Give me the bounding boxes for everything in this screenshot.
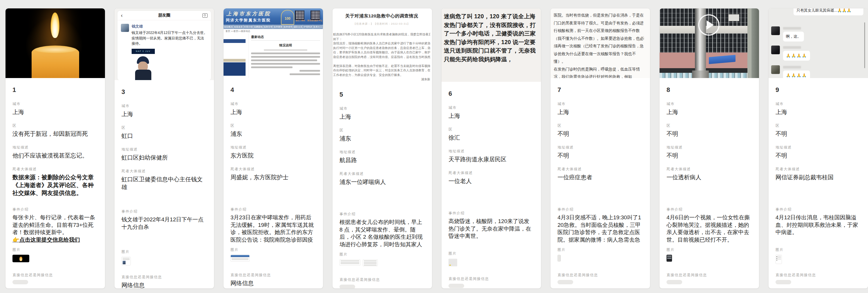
field-address-value: 不明 — [558, 152, 643, 159]
field-district-label: 区 — [122, 125, 207, 130]
field-city-value: 上海 — [448, 112, 534, 120]
field-district-value: 不明 — [776, 130, 861, 138]
empty-select-pill — [776, 280, 791, 284]
field-address-value: 东方医院 — [230, 152, 316, 159]
empty-select-pill — [12, 280, 28, 284]
record-card-3[interactable]: ‹ 朋友圈 钱文雄 钱文雄于2022年4月12日下午一点十九分去世。疫情期间一切… — [114, 8, 214, 289]
site-sidebar — [223, 33, 249, 78]
card-cover-candle-photo — [5, 8, 105, 78]
metal-pole-base — [692, 70, 709, 78]
field-images-label: 图片 — [340, 252, 425, 257]
field-event-value: 钱文雄于2022年4月12日下午一点十九分自杀 — [122, 216, 207, 246]
play-button-icon — [698, 14, 719, 36]
qr-caption: 患者移动服务平台 — [307, 20, 322, 22]
field-event-value: 4月6日的一个视频，一位女性在撕心裂肺地哭泣。据视频描述，她的亲人要做透析，出不… — [666, 214, 752, 244]
qr-code-icon — [310, 10, 320, 20]
record-card-9[interactable]: 只有其女儿眼见其病逝...🙏🙏🙏 啊，这。 🙏🙏🙏🙏 🙏🙏🙏🙏 9 城市 上海 … — [768, 8, 868, 289]
card-cover-hospital-website-screenshot: 上海市东方医院 同济大学附属东方医院 100 微信二维码 患者移动服务平台 医院… — [223, 8, 323, 78]
field-direct-label: 直接信息还是间接信息 — [666, 273, 752, 277]
record-card-1[interactable]: 1 城市 上海 区 没有死于新冠，却因新冠而死 地址描述 他们不应该被漠视甚至忘… — [5, 8, 105, 289]
field-event-label: 事件介绍 — [230, 207, 316, 212]
scrollbar[interactable] — [864, 22, 865, 68]
document-text-line — [333, 59, 430, 64]
field-address-value: 不明 — [666, 152, 752, 159]
card-cover-chat-screenshot: 只有其女儿眼见其病逝...🙏🙏🙏 啊，这。 🙏🙏🙏🙏 🙏🙏🙏🙏 — [769, 8, 868, 78]
empty-select-pill — [666, 280, 682, 284]
blurred-text-line — [300, 70, 320, 72]
field-images-label: 图片 — [230, 247, 316, 252]
avatar — [771, 26, 780, 35]
nav-item: 医学研究 — [283, 25, 293, 29]
field-district-value: 不明 — [558, 130, 643, 138]
empty-select-pill — [448, 284, 464, 288]
document-text-line: 工作者的全力，为群众提供专业、安全的医疗服务。 — [333, 73, 430, 78]
card-cover-wechat-moments-screenshot: ‹ 朋友圈 钱文雄 钱文雄于2022年4月12日下午一点十九分去世。疫情期间一切… — [115, 8, 214, 80]
field-district-label: 区 — [12, 123, 98, 128]
card-number: 6 — [448, 89, 534, 98]
avatar — [771, 65, 780, 74]
qr-code-icon — [295, 10, 304, 20]
camera-icon — [203, 13, 208, 18]
submit-info-link[interactable]: 👉点击这里提交信息给我们 — [12, 236, 98, 244]
field-deceased-value: 一位老人 — [448, 177, 534, 205]
field-deceased-label: 死者大体描述 — [558, 167, 643, 171]
field-event-label: 事件介绍 — [666, 207, 752, 212]
record-card-7[interactable]: 医院。当时有些低烧，但是发热门诊在消杀，于是在门口的黑夜里等待了很久。可是由于有… — [550, 8, 650, 289]
site-nav-bar: 医院概况 名医名家 科室介绍 党建园地 医政管理 医学教育 医学研究 国际交流 … — [223, 25, 323, 29]
air-conditioner-unit — [728, 14, 739, 21]
document-text-line: 执行对同一小区另一住户的急症患者急救的任务，且急症患者已上车，急救车 — [333, 46, 430, 51]
field-direct-label: 直接信息还是间接信息 — [12, 273, 98, 277]
field-deceased-value: 一位癌症患者 — [558, 174, 643, 201]
record-card-6[interactable]: 迷病危了叫 120，120 来了说全上海发热门诊都关了，没有医院接收，打了一个多… — [441, 8, 541, 289]
field-address-label: 地址描述 — [122, 147, 207, 152]
weibo-text: 医院。当时有些低烧，但是发热门诊在消杀，于是在门口的黑夜里等待了很久。可是由于有… — [551, 8, 650, 78]
field-event-value: 4月12日传出消息，韦桂国因脑溢血、封控期间联系救治未果，于家中病逝。 — [776, 214, 861, 244]
moments-post-author: 钱文雄 — [132, 24, 208, 29]
field-address-value: 不明 — [776, 152, 861, 159]
card-number: 5 — [340, 90, 425, 99]
document-text-line: 航昌路376弄小区120急救医生未向求救患者施救的情况，我委立即连夜启动 — [333, 32, 430, 37]
field-direct-label: 直接信息还是间接信息 — [230, 273, 316, 277]
record-card-4[interactable]: 上海市东方医院 同济大学附属东方医院 100 微信二维码 患者移动服务平台 医院… — [223, 8, 323, 289]
chat-bubble: 只有其女儿眼见其病逝...🙏🙏🙏 — [794, 8, 863, 16]
moments-post-photo: NAP 0 JUV — [132, 49, 155, 80]
field-event-label: 事件介绍 — [12, 207, 98, 212]
field-event-label: 事件介绍 — [776, 207, 861, 212]
card-gallery: 1 城市 上海 区 没有死于新冠，却因新冠而死 地址描述 他们不应该被漠视甚至忘… — [5, 8, 868, 289]
window-frame — [751, 8, 759, 78]
field-deceased-label: 死者大体描述 — [340, 171, 425, 176]
document-signature: 浦东新 — [333, 77, 430, 82]
field-event-label: 事件介绍 — [122, 209, 207, 214]
field-direct-label: 直接信息还是间接信息 — [776, 273, 861, 277]
field-city-value: 上海 — [230, 108, 316, 116]
field-city-label: 城市 — [666, 101, 752, 106]
record-card-5[interactable]: 关于对浦东120急救中心的调查情况 【信息来源：】【信息时间：2022-03-3… — [332, 8, 432, 289]
breadcrumb: 首页 >>首页>>最新动态 — [223, 29, 323, 33]
nav-item: 医务社工 — [313, 25, 323, 29]
field-event-value: 每张卡片、每行记录，代表着一条逝去的鲜活生命。目前有73+位死者！数据持续更新中… — [12, 214, 95, 235]
moments-post-text: 钱文雄于2022年4月12日下午一点十九分去世。疫情期间一切从简。家属目前悲痛不… — [132, 30, 208, 47]
field-district-label: 区 — [666, 123, 752, 128]
site-section-title: 最新动态 — [251, 35, 320, 40]
card-number: 8 — [666, 86, 752, 94]
field-event-value: 3月23日在家中哮喘发作，用药后无法缓解。19时，家属驾车送其就诊，被医院拒收。… — [230, 214, 316, 244]
blurred-text-line — [251, 56, 320, 58]
field-address-label: 地址描述 — [340, 150, 425, 154]
field-district-value: 浦东 — [230, 130, 316, 138]
card-number: 3 — [122, 88, 207, 96]
field-address-value: 他们不应该被漠视甚至忘记。 — [12, 152, 98, 159]
field-district-value: 浦东 — [340, 135, 425, 142]
field-district-label: 区 — [558, 123, 643, 128]
nav-item: 护理风采 — [303, 25, 313, 29]
record-card-8[interactable]: 8 城市 上海 区 不明 地址描述 不明 死者大体描述 一位透析病人 事件介绍 … — [659, 8, 759, 289]
field-address-value: 航昌路 — [340, 156, 425, 164]
nav-item: 名医名家 — [234, 25, 243, 29]
nav-item: 科室介绍 — [244, 25, 253, 29]
field-images-label: 图片 — [558, 247, 643, 252]
empty-select-pill — [558, 280, 573, 284]
card-number: 9 — [776, 86, 861, 94]
field-direct-label: 直接信息还是间接信息 — [558, 273, 643, 277]
field-city-label: 城市 — [122, 104, 207, 108]
card-cover-document-screenshot: 关于对浦东120急救中心的调查情况 【信息来源：】【信息时间：2022-03-3… — [333, 8, 432, 83]
qr-caption: 微信二维码 — [296, 20, 305, 22]
